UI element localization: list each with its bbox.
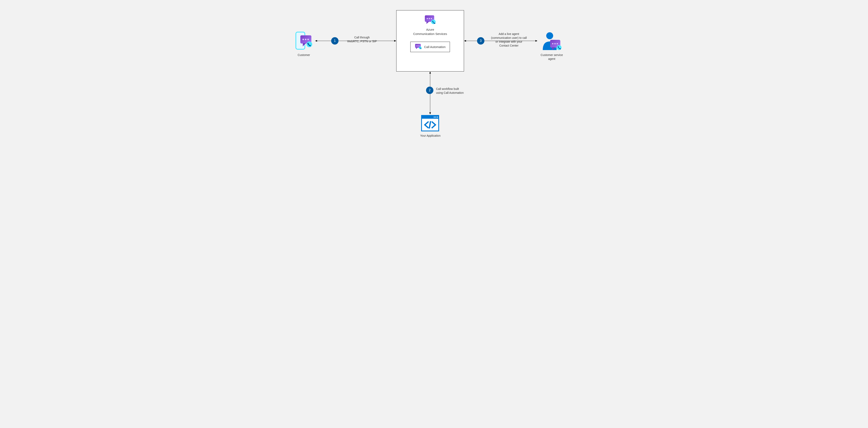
your-app-icon <box>421 115 439 131</box>
svg-marker-41 <box>429 112 431 114</box>
svg-point-7 <box>307 41 312 47</box>
agent-icon <box>539 32 562 51</box>
svg-point-4 <box>303 39 304 40</box>
svg-marker-37 <box>464 40 466 42</box>
svg-point-25 <box>557 43 558 44</box>
svg-point-18 <box>419 46 420 47</box>
svg-point-24 <box>554 43 556 44</box>
step-3-text: Add a live agent (communication user) to… <box>489 32 529 48</box>
step-1-text: Call through WebRTC, PSTN or SIP <box>345 35 379 43</box>
svg-point-26 <box>557 45 561 50</box>
svg-point-12 <box>431 18 432 19</box>
svg-point-31 <box>437 117 438 118</box>
svg-marker-40 <box>429 72 431 74</box>
svg-marker-34 <box>315 40 317 42</box>
svg-marker-9 <box>427 22 429 24</box>
call-automation-box: Call Automation <box>410 42 450 52</box>
svg-point-20 <box>546 32 553 39</box>
svg-point-5 <box>305 39 307 40</box>
your-app-label: Your Application <box>414 134 447 138</box>
call-automation-icon <box>414 44 422 50</box>
acs-box: Azure Communication Services <box>396 10 464 72</box>
call-automation-label: Call Automation <box>424 45 445 49</box>
svg-marker-38 <box>535 40 537 42</box>
svg-point-16 <box>416 46 417 47</box>
step-3-circle: 3 <box>477 37 485 45</box>
step-2-text: Call workflow built using Call Automatio… <box>436 87 471 95</box>
acs-title: Azure Communication Services <box>413 27 447 36</box>
customer-label: Customer <box>291 53 316 57</box>
svg-point-29 <box>434 117 435 118</box>
svg-point-11 <box>429 18 430 19</box>
svg-point-17 <box>417 46 418 47</box>
diagram-canvas: Customer <box>279 0 589 152</box>
step-2-circle: 2 <box>426 87 433 94</box>
agent-label: Customer service agent <box>536 53 567 61</box>
svg-point-30 <box>435 117 436 118</box>
svg-point-10 <box>427 18 428 19</box>
customer-icon <box>294 32 313 51</box>
step-1-circle: 1 <box>331 37 339 45</box>
svg-point-23 <box>552 43 553 44</box>
acs-icon <box>424 15 436 25</box>
svg-marker-35 <box>394 40 396 42</box>
svg-point-6 <box>308 39 309 40</box>
